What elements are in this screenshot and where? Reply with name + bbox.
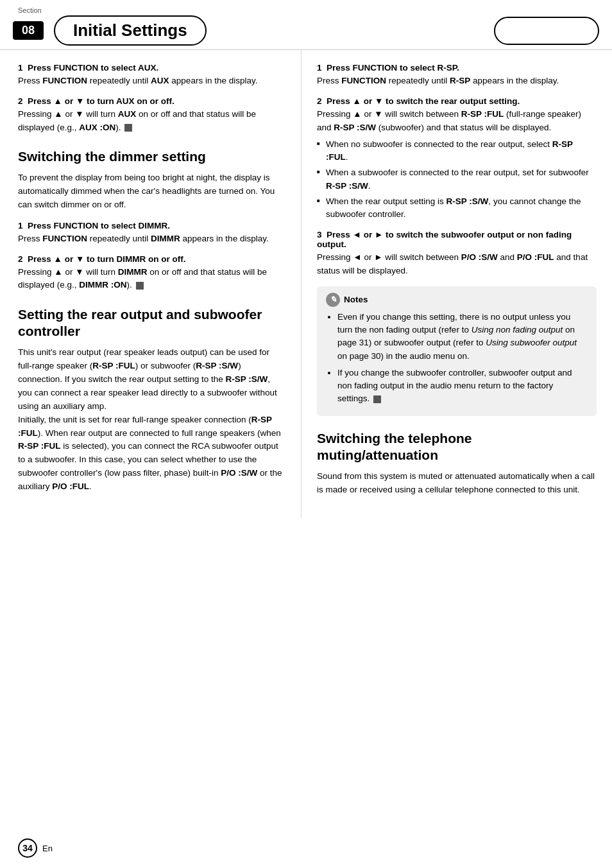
step-body-2-dimmr: Pressing ▲ or ▼ will turn DIMMR on or of…	[18, 266, 285, 292]
step-body-3-rsp: Pressing ◄ or ► will switch between P/O …	[317, 251, 597, 277]
end-icon	[124, 124, 132, 132]
bullet-item: When no subwoofer is connected to the re…	[317, 138, 597, 164]
language-label: En	[42, 844, 53, 853]
notes-list: Even if you change this setting, there i…	[326, 311, 588, 406]
step-num-1-rsp: 1	[317, 63, 322, 73]
step-1-aux: 1 Press FUNCTION to select AUX. Press FU…	[18, 63, 285, 87]
step-num-3-rsp: 3	[317, 230, 322, 239]
note-item-2: If you change the subwoofer controller, …	[337, 367, 588, 406]
step-body-2-rsp: Pressing ▲ or ▼ will switch between R-SP…	[317, 108, 597, 134]
section-label: Section	[18, 6, 42, 14]
step-title-2-aux: Press ▲ or ▼ to turn AUX on or off.	[28, 96, 174, 106]
left-column: 1 Press FUNCTION to select AUX. Press FU…	[0, 50, 302, 519]
tel-muting-intro: Sound from this system is muted or atten…	[317, 470, 597, 497]
step-body-2-aux: Pressing ▲ or ▼ will turn AUX on or off …	[18, 108, 285, 134]
rear-output-intro: This unit's rear output (rear speaker le…	[18, 346, 285, 494]
step-1-rsp: 1 Press FUNCTION to select R-SP. Press F…	[317, 63, 597, 87]
step-title-2-rsp: Press ▲ or ▼ to switch the rear output s…	[327, 96, 520, 106]
step-title-1-dimmr: Press FUNCTION to select DIMMR.	[28, 221, 170, 230]
page-title: Initial Settings	[54, 15, 207, 46]
step-num-2-rsp: 2	[317, 96, 322, 106]
step-2-aux: 2 Press ▲ or ▼ to turn AUX on or off. Pr…	[18, 96, 285, 134]
notes-heading: Notes	[344, 295, 368, 304]
step-title-1-rsp: Press FUNCTION to select R-SP.	[327, 63, 459, 73]
bullet-item: When a subwoofer is connected to the rea…	[317, 166, 597, 193]
notes-icon: ✎	[326, 293, 340, 307]
step-2-dimmr: 2 Press ▲ or ▼ to turn DIMMR on or off. …	[18, 254, 285, 292]
step-num-1-dimmr: 1	[18, 221, 23, 230]
section-number: 08	[13, 21, 44, 40]
step-title-3-rsp: Press ◄ or ► to switch the subwoofer out…	[317, 230, 572, 249]
notes-box: ✎ Notes Even if you change this setting,…	[317, 286, 597, 416]
dimmer-heading: Switching the dimmer setting	[18, 148, 285, 165]
step-num-2-dimmr: 2	[18, 254, 23, 264]
header-right-pill	[494, 17, 599, 45]
footer: 34 En	[18, 838, 53, 858]
step-num-1-aux: 1	[18, 63, 23, 73]
tel-muting-heading: Switching the telephone muting/attenuati…	[317, 430, 597, 464]
step-title-2-dimmr: Press ▲ or ▼ to turn DIMMR on or off.	[28, 254, 185, 264]
note-item-1: Even if you change this setting, there i…	[337, 311, 588, 363]
page-number: 34	[18, 838, 37, 858]
bullet-item: When the rear output setting is R-SP :S/…	[317, 195, 597, 221]
rsp-bullet-list: When no subwoofer is connected to the re…	[317, 138, 597, 221]
step-title-1-aux: Press FUNCTION to select AUX.	[28, 63, 158, 73]
step-body-1-dimmr: Press FUNCTION repeatedly until DIMMR ap…	[18, 232, 285, 245]
dimmer-intro: To prevent the display from being too br…	[18, 171, 285, 212]
step-1-dimmr: 1 Press FUNCTION to select DIMMR. Press …	[18, 221, 285, 245]
rear-output-heading: Setting the rear output and subwoofer co…	[18, 306, 285, 340]
step-body-1-aux: Press FUNCTION repeatedly until AUX appe…	[18, 74, 285, 87]
step-2-rsp: 2 Press ▲ or ▼ to switch the rear output…	[317, 96, 597, 221]
step-body-1-rsp: Press FUNCTION repeatedly until R-SP app…	[317, 74, 597, 87]
right-column: 1 Press FUNCTION to select R-SP. Press F…	[302, 50, 612, 519]
step-3-rsp: 3 Press ◄ or ► to switch the subwoofer o…	[317, 230, 597, 277]
end-icon-dimmr	[136, 282, 144, 290]
end-icon-notes	[373, 395, 381, 403]
step-num-2-aux: 2	[18, 96, 23, 106]
